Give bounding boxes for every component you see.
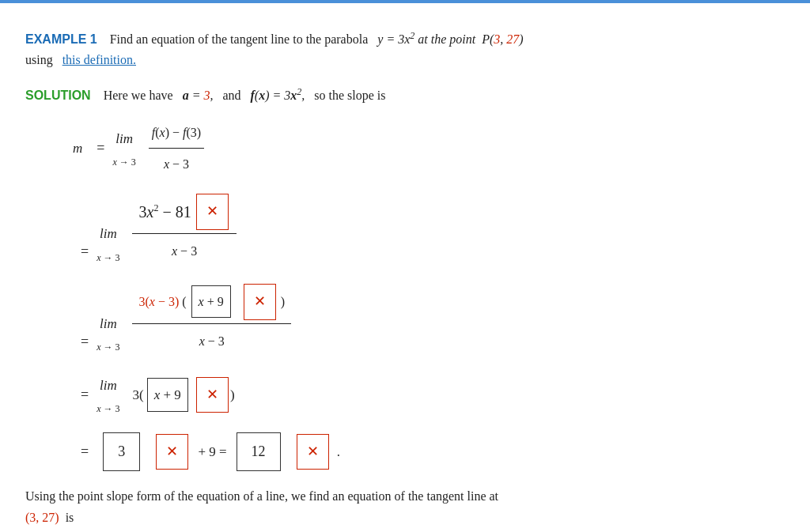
lim-group-3: lim x → 3 bbox=[97, 309, 119, 358]
eq-sign-3: = bbox=[81, 326, 89, 358]
eq-row-4: = lim x → 3 3 ( x + 9 ✕ ) bbox=[73, 371, 785, 420]
lim-text-2: lim bbox=[100, 219, 117, 248]
box-12-5[interactable]: 12 bbox=[237, 432, 281, 472]
box-x-5b[interactable]: ✕ bbox=[297, 434, 329, 470]
example-description: Find an equation of the tangent line to … bbox=[110, 32, 369, 46]
coeff-4: 3 bbox=[132, 380, 139, 409]
text-block: Using the point slope form of the equati… bbox=[25, 485, 785, 528]
example-label: EXAMPLE 1 bbox=[25, 32, 97, 46]
definition-link[interactable]: this definition. bbox=[62, 53, 136, 66]
a-val: a = 3, bbox=[183, 89, 214, 102]
red-factor: 3(x − 3) bbox=[138, 288, 179, 315]
numerator-1: f(x) − f(3) bbox=[149, 119, 204, 149]
lim-text-4: lim bbox=[100, 371, 117, 400]
and-text: and bbox=[222, 89, 240, 102]
example-header: EXAMPLE 1 Find an equation of the tangen… bbox=[25, 28, 785, 70]
eq-row-3: = lim x → 3 3(x − 3) ( x + 9 ✕ ) x − 3 bbox=[73, 281, 785, 358]
fx-text: f(x) = 3x2, bbox=[251, 89, 305, 102]
close-paren-4: ) bbox=[230, 380, 235, 409]
eq-sign-4: = bbox=[81, 379, 89, 411]
is-text: is bbox=[66, 511, 74, 524]
fraction-3: 3(x − 3) ( x + 9 ✕ ) x − 3 bbox=[132, 281, 291, 358]
math-block: m = lim x → 3 f(x) − f(3) x − 3 = lim x … bbox=[73, 119, 785, 471]
lim-group-4: lim x → 3 bbox=[97, 371, 119, 420]
m-label: m bbox=[73, 134, 82, 163]
box-3-5[interactable]: 3 bbox=[103, 432, 140, 472]
period-5: . bbox=[337, 437, 340, 466]
lim-text-1: lim bbox=[115, 124, 133, 153]
eq-sign-5: = bbox=[81, 436, 89, 468]
example-equation: y = 3x2 at the point P(3, 27) bbox=[377, 32, 523, 46]
denominator-1: x − 3 bbox=[161, 149, 192, 178]
point-3-27: (3, 27) bbox=[25, 511, 59, 524]
point-27: 27 bbox=[506, 32, 519, 46]
numerator-2: 3x2 − 81 ✕ bbox=[132, 191, 236, 234]
red-x-5a: ✕ bbox=[166, 443, 178, 459]
box-x-4[interactable]: ✕ bbox=[196, 377, 229, 413]
red-x-4: ✕ bbox=[206, 387, 218, 402]
box-num-2[interactable]: ✕ bbox=[196, 194, 229, 230]
close-paren-3: ) bbox=[281, 288, 285, 315]
red-x-3: ✕ bbox=[254, 293, 266, 309]
box-xplus9-3[interactable]: x + 9 bbox=[191, 285, 231, 318]
open-paren: ( bbox=[182, 288, 186, 315]
fraction-2: 3x2 − 81 ✕ x − 3 bbox=[132, 191, 236, 268]
lim-text-3: lim bbox=[100, 309, 117, 338]
eq-row-2: = lim x → 3 3x2 − 81 ✕ x − 3 bbox=[73, 191, 785, 268]
denominator-2: x − 3 bbox=[165, 234, 203, 268]
numerator-3: 3(x − 3) ( x + 9 ✕ ) bbox=[132, 281, 291, 324]
red-x-5b: ✕ bbox=[307, 443, 319, 459]
lim-sub-3: x → 3 bbox=[97, 337, 119, 357]
text-line1: Using the point slope form of the equati… bbox=[25, 489, 498, 503]
point-3: 3 bbox=[494, 32, 500, 46]
eq-row-1: m = lim x → 3 f(x) − f(3) x − 3 bbox=[73, 119, 785, 178]
eq-sign-1: = bbox=[97, 133, 104, 164]
box-xplus9-4[interactable]: x + 9 bbox=[147, 378, 188, 412]
eq-row-5: = 3 ✕ + 9 = 12 ✕ . bbox=[73, 432, 785, 472]
using-text: using bbox=[25, 53, 53, 66]
lim-group-2: lim x → 3 bbox=[97, 219, 119, 268]
slope-text: so the slope is bbox=[314, 89, 385, 102]
plus9-eq: + 9 = bbox=[198, 437, 226, 466]
solution-text: Here we have bbox=[104, 89, 173, 102]
red-x-2: ✕ bbox=[206, 203, 218, 219]
open-paren-4: ( bbox=[139, 380, 144, 409]
solution-section: SOLUTION Here we have a = 3, and f(x) = … bbox=[25, 86, 785, 103]
denominator-3: x − 3 bbox=[193, 324, 231, 358]
lim-group-1: lim x → 3 bbox=[112, 124, 135, 173]
num2-expr: 3x2 − 81 bbox=[138, 194, 191, 229]
fraction-1: f(x) − f(3) x − 3 bbox=[149, 119, 204, 178]
box-x-3[interactable]: ✕ bbox=[244, 284, 276, 320]
eq-sign-2: = bbox=[81, 236, 89, 268]
box-x-5a[interactable]: ✕ bbox=[156, 434, 188, 470]
lim-sub-1: x → 3 bbox=[112, 152, 135, 172]
lim-sub-4: x → 3 bbox=[97, 398, 119, 419]
lim-sub-2: x → 3 bbox=[97, 247, 119, 268]
solution-label: SOLUTION bbox=[25, 89, 91, 102]
